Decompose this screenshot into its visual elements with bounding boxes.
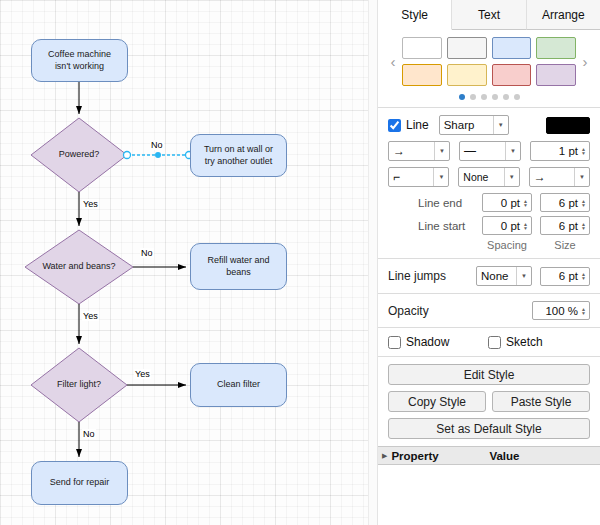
pager-dot-3[interactable] bbox=[492, 94, 498, 100]
spin-down-icon[interactable]: ▼ bbox=[523, 203, 528, 207]
diagram-canvas[interactable]: Coffee machine isn't working Turn on at … bbox=[0, 0, 368, 525]
flow-node-repair[interactable]: Send for repair bbox=[31, 461, 128, 505]
orthogonal-connector-icon: ⌐ bbox=[393, 171, 400, 183]
solid-line-icon: — bbox=[464, 145, 476, 157]
pager-dot-0[interactable] bbox=[459, 94, 465, 100]
flow-node-filter[interactable]: Filter light? bbox=[31, 348, 127, 422]
waypoints-value: None bbox=[463, 172, 488, 183]
line-start-spacing-input[interactable]: 0 pt ▲▼ bbox=[482, 216, 532, 235]
canvas-vertical-scrollbar[interactable] bbox=[368, 0, 378, 525]
format-panel: Style Text Arrange ‹ › Line bbox=[378, 0, 600, 525]
line-jumps-label: Line jumps bbox=[388, 269, 476, 283]
sketch-checkbox[interactable] bbox=[488, 336, 501, 349]
flow-node-clean[interactable]: Clean filter bbox=[190, 363, 287, 407]
spin-down-icon[interactable]: ▼ bbox=[581, 226, 586, 230]
flow-node-powered-label: Powered? bbox=[59, 149, 100, 160]
spin-down-icon[interactable]: ▼ bbox=[581, 276, 586, 280]
line-end-size-value: 6 pt bbox=[559, 197, 578, 209]
swatch-green[interactable] bbox=[536, 37, 576, 59]
line-jumps-size-input[interactable]: 6 pt ▲▼ bbox=[540, 267, 590, 286]
property-column-header: Property bbox=[391, 450, 489, 462]
line-style-select[interactable]: Sharp ▼ bbox=[439, 115, 509, 135]
stepper-arrows[interactable]: ▲▼ bbox=[581, 307, 586, 315]
edge-midpoint-handle[interactable] bbox=[155, 152, 161, 158]
stepper-arrows[interactable]: ▲▼ bbox=[581, 199, 586, 207]
chevron-down-icon: ▼ bbox=[574, 168, 585, 186]
edge-label-powered-yes[interactable]: Yes bbox=[82, 199, 99, 209]
chevron-down-icon: ▼ bbox=[434, 142, 445, 160]
edge-label-water-yes[interactable]: Yes bbox=[82, 311, 99, 321]
swatch-next-icon[interactable]: › bbox=[580, 54, 590, 69]
spin-down-icon[interactable]: ▼ bbox=[581, 151, 586, 155]
spin-down-icon[interactable]: ▼ bbox=[523, 226, 528, 230]
line-end-spacing-input[interactable]: 0 pt ▲▼ bbox=[482, 193, 532, 212]
flow-node-start-label: Coffee machine isn't working bbox=[39, 49, 120, 72]
flow-node-start[interactable]: Coffee machine isn't working bbox=[31, 39, 128, 82]
swatch-red[interactable] bbox=[492, 64, 532, 86]
flow-node-refill-label: Refill water and beans bbox=[198, 255, 279, 278]
chevron-down-icon: ▼ bbox=[433, 168, 444, 186]
connector-style-select[interactable]: ⌐ ▼ bbox=[388, 167, 449, 187]
line-width-value: 1 pt bbox=[559, 145, 578, 157]
edge-label-powered-no[interactable]: No bbox=[150, 140, 164, 150]
swatch-white[interactable] bbox=[402, 37, 442, 59]
edit-style-button[interactable]: Edit Style bbox=[388, 364, 590, 385]
swatch-gray[interactable] bbox=[447, 37, 487, 59]
line-checkbox-label: Line bbox=[388, 118, 429, 132]
arrow-start-select[interactable]: → ▼ bbox=[529, 167, 590, 187]
line-pattern-select[interactable]: — ▼ bbox=[459, 141, 521, 161]
flow-node-refill[interactable]: Refill water and beans bbox=[190, 243, 287, 290]
flow-node-powered[interactable]: Powered? bbox=[31, 118, 127, 192]
spin-down-icon[interactable]: ▼ bbox=[581, 311, 586, 315]
pager-dot-1[interactable] bbox=[470, 94, 476, 100]
opacity-value: 100 % bbox=[545, 305, 578, 317]
stepper-arrows[interactable]: ▲▼ bbox=[581, 147, 586, 155]
swatch-orange[interactable] bbox=[402, 64, 442, 86]
selected-edge-powered-outlet[interactable] bbox=[124, 152, 193, 159]
opacity-input[interactable]: 100 % ▲▼ bbox=[532, 301, 590, 320]
line-checkbox[interactable] bbox=[388, 119, 401, 132]
flow-node-outlet[interactable]: Turn on at wall or try another outlet bbox=[190, 134, 287, 177]
line-end-spacing-value: 0 pt bbox=[501, 197, 520, 209]
spin-down-icon[interactable]: ▼ bbox=[581, 203, 586, 207]
shadow-label: Shadow bbox=[406, 335, 449, 349]
pager-dot-2[interactable] bbox=[481, 94, 487, 100]
property-table-header[interactable]: ▶ Property Value bbox=[378, 446, 600, 465]
shadow-checkbox[interactable] bbox=[388, 336, 401, 349]
arrow-end-select[interactable]: → ▼ bbox=[388, 141, 450, 161]
line-start-size-input[interactable]: 6 pt ▲▼ bbox=[540, 216, 590, 235]
sketch-label: Sketch bbox=[506, 335, 543, 349]
property-expander-icon[interactable]: ▶ bbox=[382, 452, 387, 460]
stepper-arrows[interactable]: ▲▼ bbox=[581, 272, 586, 280]
tab-arrange[interactable]: Arrange bbox=[527, 0, 600, 30]
stepper-arrows[interactable]: ▲▼ bbox=[523, 199, 528, 207]
waypoints-select[interactable]: None ▼ bbox=[458, 167, 519, 187]
stepper-arrows[interactable]: ▲▼ bbox=[523, 222, 528, 230]
line-end-size-input[interactable]: 6 pt ▲▼ bbox=[540, 193, 590, 212]
flow-node-filter-label: Filter light? bbox=[57, 379, 101, 390]
opacity-label: Opacity bbox=[388, 304, 532, 318]
set-default-style-button[interactable]: Set as Default Style bbox=[388, 418, 590, 439]
tab-text[interactable]: Text bbox=[452, 0, 526, 30]
swatch-prev-icon[interactable]: ‹ bbox=[388, 54, 398, 69]
stepper-arrows[interactable]: ▲▼ bbox=[581, 222, 586, 230]
edge-label-filter-yes[interactable]: Yes bbox=[134, 369, 151, 379]
swatch-yellow[interactable] bbox=[447, 64, 487, 86]
paste-style-button[interactable]: Paste Style bbox=[492, 391, 590, 412]
line-jumps-select[interactable]: None ▼ bbox=[476, 266, 532, 286]
copy-style-button[interactable]: Copy Style bbox=[388, 391, 486, 412]
edge-label-filter-no[interactable]: No bbox=[82, 429, 96, 439]
format-tabs: Style Text Arrange bbox=[378, 0, 600, 30]
pager-dot-5[interactable] bbox=[514, 94, 520, 100]
drawio-window: Coffee machine isn't working Turn on at … bbox=[0, 0, 600, 525]
line-width-input[interactable]: 1 pt ▲▼ bbox=[530, 141, 590, 161]
line-end-label: Line end bbox=[388, 197, 474, 209]
flow-node-water[interactable]: Water and beans? bbox=[25, 230, 133, 304]
tab-style[interactable]: Style bbox=[378, 0, 452, 30]
edge-label-water-no[interactable]: No bbox=[140, 248, 154, 258]
line-color-button[interactable] bbox=[546, 117, 590, 134]
swatch-purple[interactable] bbox=[536, 64, 576, 86]
chevron-down-icon: ▼ bbox=[493, 116, 504, 134]
swatch-blue[interactable] bbox=[492, 37, 532, 59]
pager-dot-4[interactable] bbox=[503, 94, 509, 100]
